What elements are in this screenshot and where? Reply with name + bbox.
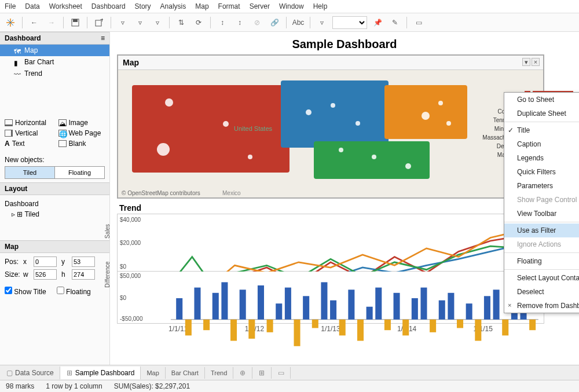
new-dashboard-tab[interactable]: ⊞ <box>252 367 272 379</box>
sidebar: Dashboard≡ 🗺Map ▮Bar Chart 〰Trend Horizo… <box>0 32 110 365</box>
tiled-button[interactable]: Tiled <box>5 167 54 178</box>
ctx-use-as-filter[interactable]: Use as Filter <box>504 224 579 237</box>
w-input[interactable] <box>34 269 57 280</box>
obj-text[interactable]: AText <box>5 140 52 148</box>
pin-icon[interactable]: 📌 <box>371 16 384 30</box>
svg-rect-35 <box>412 298 418 320</box>
frame-close-icon[interactable]: × <box>532 58 540 66</box>
menu-map[interactable]: Map <box>195 2 208 10</box>
svg-rect-32 <box>384 320 391 330</box>
ctx-quick-filters[interactable]: Quick Filters▶ <box>504 165 579 179</box>
image-icon: ⛰ <box>58 119 67 126</box>
tab-trend[interactable]: Trend <box>205 367 233 379</box>
ctx-floating[interactable]: Floating <box>504 254 579 268</box>
svg-rect-44 <box>493 290 500 320</box>
swap-icon[interactable]: ⇅ <box>174 16 188 30</box>
back-icon[interactable]: ← <box>27 16 41 30</box>
obj-horizontal[interactable]: Horizontal <box>5 119 52 127</box>
obj-image[interactable]: ⛰Image <box>58 119 105 127</box>
obj-webpage[interactable]: 🌐Web Page <box>58 129 105 137</box>
sheet-item-map[interactable]: 🗺Map <box>0 45 109 56</box>
frame-menu-icon[interactable]: ▾ <box>522 58 530 66</box>
svg-rect-14 <box>221 282 228 319</box>
tab-map[interactable]: Map <box>141 367 165 379</box>
menu-file[interactable]: File <box>5 2 16 10</box>
highlight-icon[interactable]: ✎ <box>388 16 402 30</box>
tab-sample-dashboard[interactable]: ⊞Sample Dashboard <box>60 367 141 379</box>
tab-barchart[interactable]: Bar Chart <box>166 367 205 379</box>
fit-select[interactable] <box>332 16 367 29</box>
new-objects-row: New objects: Tiled Floating <box>0 152 109 182</box>
dashboard-icon: ⊞ <box>66 369 73 376</box>
svg-rect-33 <box>394 293 400 320</box>
refresh-icon[interactable]: ⟳ <box>192 16 206 30</box>
diff-ylabel: Difference <box>104 261 111 287</box>
ctx-legends[interactable]: Legends▶ <box>504 151 579 165</box>
new-worksheet-icon[interactable]: ▿ <box>116 16 130 30</box>
menu-story[interactable]: Story <box>135 2 151 10</box>
ctx-duplicate-sheet[interactable]: Duplicate Sheet <box>504 107 579 120</box>
map-country-label: United States <box>234 125 272 132</box>
floating-button[interactable]: Floating <box>54 167 104 178</box>
menu-analysis[interactable]: Analysis <box>160 2 186 10</box>
obj-vertical[interactable]: Vertical <box>5 129 52 137</box>
menu-help[interactable]: Help <box>313 2 328 10</box>
menu-window[interactable]: Window <box>279 2 304 10</box>
new-worksheet-tab[interactable]: ⊕ <box>233 367 252 379</box>
labels-icon[interactable]: Abc <box>291 16 305 30</box>
menu-server[interactable]: Server <box>250 2 270 10</box>
ctx-title[interactable]: ✓Title <box>504 123 579 137</box>
tableau-logo-icon[interactable] <box>3 16 17 30</box>
obj-blank[interactable]: Blank <box>58 140 105 148</box>
worksheet-context-menu: Go to SheetDuplicate Sheet✓TitleCaptionL… <box>504 92 579 313</box>
menu-worksheet[interactable]: Worksheet <box>49 2 82 10</box>
svg-rect-28 <box>348 290 354 320</box>
dashboard-panel-header: Dashboard≡ <box>0 32 109 45</box>
svg-rect-30 <box>367 307 373 320</box>
ctx-parameters[interactable]: Parameters▶ <box>504 179 579 193</box>
x-input[interactable] <box>34 257 57 267</box>
save-icon[interactable] <box>68 16 82 30</box>
ctx-remove-from-dashboard[interactable]: ×Remove from Dashboard <box>504 299 579 313</box>
svg-rect-34 <box>402 320 409 336</box>
svg-rect-13 <box>212 293 219 320</box>
clear-icon[interactable]: ▿ <box>151 16 164 30</box>
svg-rect-12 <box>203 320 210 330</box>
sort-asc-icon[interactable]: ↕ <box>215 16 229 30</box>
sheet-item-trend[interactable]: 〰Trend <box>0 68 109 79</box>
ctx-go-to-sheet[interactable]: Go to Sheet <box>504 93 579 107</box>
sort-desc-icon[interactable]: ↕ <box>233 16 247 30</box>
panel-menu-icon[interactable]: ≡ <box>101 34 105 42</box>
sheet-item-barchart[interactable]: ▮Bar Chart <box>0 56 109 68</box>
tab-data-source[interactable]: ▢Data Source <box>0 367 60 379</box>
h-input[interactable] <box>72 269 95 280</box>
layout-root[interactable]: Dashboard <box>5 199 105 209</box>
presentation-icon[interactable]: ▭ <box>412 16 426 30</box>
layout-child[interactable]: ▹ ⊞ Tiled <box>5 209 105 219</box>
floating-checkbox[interactable]: Floating <box>57 287 91 296</box>
forward-icon[interactable]: → <box>45 16 58 30</box>
svg-rect-23 <box>303 296 309 319</box>
svg-rect-31 <box>375 288 382 320</box>
fit-icon[interactable]: ▿ <box>315 16 329 30</box>
ctx-deselect[interactable]: Deselect <box>504 285 579 299</box>
toolbar: ← → + ▿ ▿ ▿ ⇅ ⟳ ↕ ↕ ⊘ 🔗 Abc ▿ 📌 ✎ ▭ <box>0 13 579 32</box>
svg-rect-10 <box>185 320 192 336</box>
link-icon[interactable]: 🔗 <box>267 16 281 30</box>
menu-format[interactable]: Format <box>218 2 240 10</box>
show-title-checkbox[interactable]: Show Title <box>5 287 46 296</box>
ctx-caption[interactable]: Caption <box>504 137 579 151</box>
new-story-tab[interactable]: ▭ <box>272 367 291 379</box>
svg-rect-18 <box>258 285 264 320</box>
y-input[interactable] <box>72 257 95 267</box>
trend-sales-chart[interactable]: Sales $40,000 $20,000 $0 <box>117 214 544 272</box>
group-icon[interactable]: ⊘ <box>250 16 264 30</box>
menu-data[interactable]: Data <box>25 2 39 10</box>
duplicate-icon[interactable]: ▿ <box>133 16 147 30</box>
map-panel-header: Map <box>0 240 109 253</box>
ctx-select-layout-container[interactable]: Select Layout Container <box>504 271 579 285</box>
new-data-icon[interactable]: + <box>92 16 106 30</box>
ctx-view-toolbar[interactable]: View Toolbar▶ <box>504 207 579 221</box>
trend-diff-chart[interactable]: Difference $50,000 $0 -$50,000 <box>117 272 544 324</box>
menu-dashboard[interactable]: Dashboard <box>91 2 126 10</box>
